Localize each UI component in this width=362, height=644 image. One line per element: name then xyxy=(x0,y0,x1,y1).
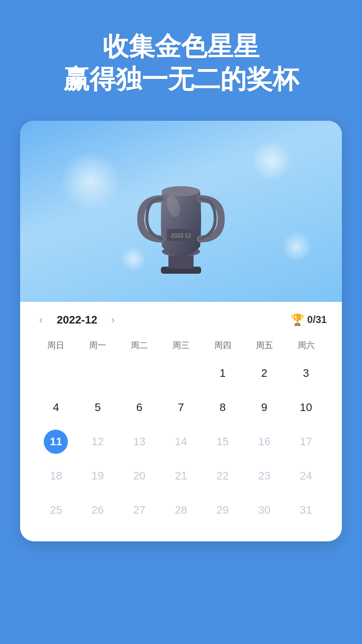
next-month-button[interactable]: › xyxy=(107,312,119,328)
glow-2 xyxy=(251,141,292,181)
day-number: 6 xyxy=(127,395,151,420)
day-number: 25 xyxy=(44,498,68,522)
day-cell[interactable]: 9 xyxy=(243,391,285,424)
day-cell[interactable]: 4 xyxy=(35,391,77,424)
score-value: 0/31 xyxy=(307,314,327,326)
day-number: 1 xyxy=(211,361,235,385)
day-number: 22 xyxy=(211,464,235,488)
weekday-label: 周四 xyxy=(202,337,243,354)
day-cell[interactable]: 19 xyxy=(77,460,119,492)
day-cell[interactable]: 24 xyxy=(285,460,327,492)
main-card: 2022-12 ‹ 2022-12 › 🏆 0/31 xyxy=(20,121,342,541)
day-number: 17 xyxy=(294,430,318,454)
weekday-label: 周三 xyxy=(160,337,202,354)
day-number: 3 xyxy=(294,361,318,385)
svg-rect-1 xyxy=(168,255,194,269)
trophy-score: 🏆 0/31 xyxy=(291,313,327,327)
days-grid: 1234567891011121314151617181920212223242… xyxy=(35,357,327,526)
day-number: 10 xyxy=(294,395,318,420)
day-number: 7 xyxy=(169,395,193,420)
trophy-icon: 2022-12 xyxy=(126,141,236,282)
day-cell[interactable]: 5 xyxy=(77,391,119,424)
day-cell[interactable]: 8 xyxy=(202,391,243,424)
header: 收集金色星星 赢得独一无二的奖杯 xyxy=(43,0,319,96)
day-cell[interactable]: 14 xyxy=(160,426,202,458)
day-number: 31 xyxy=(294,498,318,522)
header-line2: 赢得独一无二的奖杯 xyxy=(63,63,299,96)
day-cell[interactable]: 27 xyxy=(119,494,160,526)
day-cell[interactable]: 26 xyxy=(77,494,119,526)
day-number: 9 xyxy=(252,395,277,420)
day-cell[interactable]: 10 xyxy=(285,391,327,424)
day-cell xyxy=(119,357,160,389)
svg-text:2022-12: 2022-12 xyxy=(171,232,191,238)
day-cell[interactable]: 1 xyxy=(202,357,243,389)
day-cell[interactable]: 11 xyxy=(35,426,77,458)
header-line1: 收集金色星星 xyxy=(63,30,299,63)
day-number: 30 xyxy=(252,498,277,522)
calendar-nav: ‹ 2022-12 › 🏆 0/31 xyxy=(35,312,327,328)
weekday-label: 周日 xyxy=(35,337,77,354)
weekday-label: 周一 xyxy=(77,337,119,354)
day-cell[interactable]: 23 xyxy=(243,460,285,492)
day-number: 19 xyxy=(85,464,110,488)
month-label: 2022-12 xyxy=(57,313,98,327)
day-cell[interactable]: 6 xyxy=(119,391,160,424)
day-cell[interactable]: 28 xyxy=(160,494,202,526)
day-cell[interactable]: 22 xyxy=(202,460,243,492)
day-cell[interactable]: 13 xyxy=(119,426,160,458)
day-number: 24 xyxy=(294,464,318,488)
day-number: 27 xyxy=(127,498,151,522)
day-cell[interactable]: 15 xyxy=(202,426,243,458)
glow-3 xyxy=(282,231,312,262)
day-cell[interactable]: 2 xyxy=(243,357,285,389)
weekday-label: 周六 xyxy=(285,337,327,354)
day-cell xyxy=(35,357,77,389)
day-number: 2 xyxy=(252,361,277,385)
day-cell[interactable]: 3 xyxy=(285,357,327,389)
day-number: 5 xyxy=(85,395,110,420)
day-cell[interactable]: 31 xyxy=(285,494,327,526)
day-number: 26 xyxy=(85,498,110,522)
day-number: 28 xyxy=(169,498,193,522)
weekday-label: 周二 xyxy=(119,337,160,354)
day-cell[interactable]: 17 xyxy=(285,426,327,458)
day-cell xyxy=(160,357,202,389)
day-number: 21 xyxy=(169,464,193,488)
day-cell[interactable]: 7 xyxy=(160,391,202,424)
day-cell[interactable]: 18 xyxy=(35,460,77,492)
day-number: 23 xyxy=(252,464,277,488)
day-number: 20 xyxy=(127,464,151,488)
prev-month-button[interactable]: ‹ xyxy=(35,312,47,328)
nav-center: ‹ 2022-12 › xyxy=(35,312,119,328)
day-number: 15 xyxy=(211,430,235,454)
day-cell[interactable]: 16 xyxy=(243,426,285,458)
day-number: 14 xyxy=(169,430,193,454)
day-number: 13 xyxy=(127,430,151,454)
glow-1 xyxy=(60,151,121,211)
trophy-area: 2022-12 xyxy=(20,121,342,302)
day-number: 4 xyxy=(44,395,68,420)
weekday-label: 周五 xyxy=(243,337,285,354)
day-cell[interactable]: 30 xyxy=(243,494,285,526)
today-number: 11 xyxy=(44,430,68,454)
svg-point-3 xyxy=(162,186,200,196)
weekdays-row: 周日周一周二周三周四周五周六 xyxy=(35,337,327,354)
day-cell[interactable]: 12 xyxy=(77,426,119,458)
day-number: 16 xyxy=(252,430,277,454)
day-cell xyxy=(77,357,119,389)
score-trophy-icon: 🏆 xyxy=(291,313,304,327)
calendar-area: ‹ 2022-12 › 🏆 0/31 周日周一周二周三周四周五周六 123456… xyxy=(20,302,342,541)
day-number: 8 xyxy=(211,395,235,420)
day-number: 12 xyxy=(85,430,110,454)
day-number: 29 xyxy=(211,498,235,522)
day-cell[interactable]: 21 xyxy=(160,460,202,492)
day-number: 18 xyxy=(44,464,68,488)
day-cell[interactable]: 20 xyxy=(119,460,160,492)
day-cell[interactable]: 25 xyxy=(35,494,77,526)
day-cell[interactable]: 29 xyxy=(202,494,243,526)
